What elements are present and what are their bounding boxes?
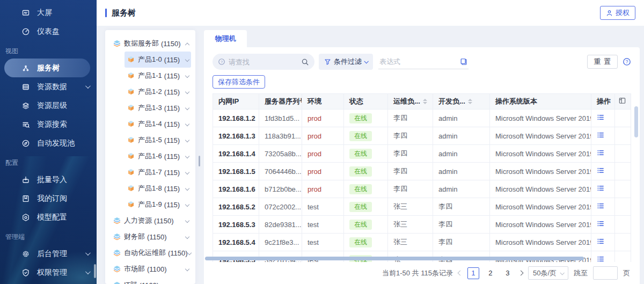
tree-node-department[interactable]: 自动化运维部 (1150): [111, 245, 191, 261]
column-settings-icon[interactable]: [618, 97, 626, 105]
clipboard-icon[interactable]: [460, 58, 467, 65]
jump-page-input[interactable]: [593, 266, 618, 280]
horizontal-scrollbar[interactable]: [205, 257, 584, 260]
pagination: 当前1-50 共 115条记录 1 2 3 50条/页 跳至 页: [213, 262, 631, 284]
service-tree-icon: [21, 64, 30, 72]
expression-input[interactable]: [379, 57, 457, 65]
chevron-down-icon[interactable]: [185, 122, 189, 126]
tree-node-department[interactable]: 市场部 (1100): [111, 261, 191, 277]
sidebar-item-resource-level[interactable]: 资源层级: [0, 96, 97, 115]
reset-button[interactable]: 重 置: [587, 55, 618, 69]
status-badge: 在线: [349, 131, 372, 141]
sort-icon[interactable]: [423, 99, 427, 104]
save-filter-button[interactable]: 保存筛选条件: [213, 75, 265, 89]
row-actions-button[interactable]: [591, 234, 615, 251]
col-header-serial: 服务器序列号: [259, 94, 302, 110]
tree-node-product[interactable]: 产品1-3 (115): [125, 100, 191, 116]
chevron-down-icon[interactable]: [185, 154, 189, 158]
product-cube-icon: [127, 55, 135, 64]
sidebar-item-permission-admin[interactable]: 权限管理: [0, 263, 97, 282]
tree-node-product[interactable]: 产品1-8 (115): [125, 180, 191, 196]
authorize-button[interactable]: 授权: [600, 6, 635, 20]
chevron-down-icon: [85, 250, 91, 256]
tree-node-product[interactable]: 产品1-4 (115): [125, 116, 191, 132]
tree-node-department[interactable]: 数据服务部 (1150): [111, 35, 191, 52]
row-actions-button[interactable]: [591, 163, 615, 180]
col-header-settings: [615, 94, 631, 110]
sidebar-item-service-tree[interactable]: 服务树: [4, 59, 90, 77]
sidebar-item-batch-import[interactable]: 批量导入: [0, 170, 97, 189]
page-title: 服务树: [112, 8, 136, 18]
tree-node-product[interactable]: 产品1-1 (115): [125, 68, 191, 84]
next-page-icon[interactable]: [518, 271, 523, 276]
page-button-3[interactable]: 3: [502, 267, 514, 279]
sidebar-item-dashboard[interactable]: 仪表盘: [0, 22, 97, 41]
resource-level-icon: [21, 101, 30, 110]
tree-node-product[interactable]: 产品1-0 (115): [125, 52, 191, 68]
chevron-down-icon[interactable]: [185, 138, 189, 142]
tree-node-product[interactable]: 产品1-9 (115): [125, 196, 191, 213]
department-layers-icon: [113, 39, 121, 48]
page-size-select[interactable]: 50条/页: [528, 266, 568, 280]
condition-filter-button[interactable]: 条件过滤: [319, 54, 373, 70]
product-cube-icon: [127, 120, 135, 128]
help-icon[interactable]: ?: [623, 57, 631, 66]
tree-node-product[interactable]: 产品1-2 (115): [125, 84, 191, 100]
sort-icon[interactable]: [468, 99, 472, 104]
auto-discovery-icon: [21, 139, 30, 148]
tab-physical-machine[interactable]: 物理机: [204, 30, 247, 47]
tree-node-product[interactable]: 产品1-7 (115): [125, 164, 191, 180]
chevron-down-icon[interactable]: [185, 186, 189, 191]
sidebar-item-model-config[interactable]: 模型配置: [0, 208, 97, 227]
chevron-up-icon[interactable]: [185, 43, 189, 47]
actions-list-icon: [597, 237, 605, 245]
chevron-down-icon[interactable]: [185, 235, 189, 239]
resource-data-icon: [21, 83, 30, 91]
prev-page-icon[interactable]: [457, 271, 463, 276]
search-icon[interactable]: [301, 58, 309, 66]
tree-node-department[interactable]: 财务部 (1150): [111, 229, 191, 245]
col-header-status: 状态: [344, 94, 388, 110]
sidebar-collapse-handle[interactable]: [94, 264, 96, 278]
row-actions-button[interactable]: [591, 180, 615, 198]
chevron-down-icon[interactable]: [185, 170, 189, 174]
jump-label: 跳至: [574, 268, 588, 278]
tree-node-department[interactable]: IT部 (1100): [111, 277, 191, 284]
table-row: 192.168.5.4 9c21f8e3... test 在线 张三 李四 Mi…: [213, 234, 631, 251]
department-layers-icon: [113, 216, 121, 225]
row-actions-button[interactable]: [591, 145, 615, 163]
search-input[interactable]: [229, 58, 298, 66]
chevron-down-icon[interactable]: [185, 90, 189, 94]
page-button-1[interactable]: 1: [467, 267, 479, 279]
chevron-down-icon[interactable]: [185, 219, 189, 223]
page-button-2[interactable]: 2: [485, 267, 496, 279]
chevron-down-icon[interactable]: [185, 74, 189, 78]
row-actions-button[interactable]: [591, 110, 615, 127]
sidebar-item-my-subscription[interactable]: 我的订阅: [0, 189, 97, 208]
chevron-down-icon[interactable]: [185, 267, 189, 271]
chevron-down-icon[interactable]: [185, 106, 189, 110]
product-cube-icon: [127, 104, 135, 112]
tree-node-product[interactable]: 产品1-6 (115): [125, 148, 191, 164]
vertical-scrollbar[interactable]: [634, 106, 638, 137]
row-actions-button[interactable]: [591, 251, 615, 263]
chevron-down-icon[interactable]: [185, 57, 189, 62]
row-actions-button[interactable]: [591, 216, 615, 234]
col-header-ip: 内网IP: [213, 94, 259, 110]
sidebar-item-resource-data[interactable]: 资源数据: [0, 77, 97, 96]
shield-icon: [21, 268, 30, 277]
row-actions-button[interactable]: [591, 127, 615, 145]
product-cube-icon: [127, 168, 135, 177]
search-box: ?: [213, 54, 314, 70]
sidebar-item-backend-admin[interactable]: 后台管理: [0, 244, 97, 263]
tree-node-department[interactable]: 人力资源 (1150): [111, 213, 191, 229]
tree-resizer-handle[interactable]: [199, 156, 200, 166]
row-actions-button[interactable]: [591, 198, 615, 216]
chevron-down-icon[interactable]: [185, 202, 189, 207]
sidebar-item-resource-search[interactable]: 资源搜索: [0, 115, 97, 134]
model-config-icon: [21, 213, 30, 222]
sidebar-item-auto-discovery[interactable]: 自动发现池: [0, 134, 97, 152]
sidebar-item-big-screen[interactable]: 大屏: [0, 3, 97, 22]
tree-node-product[interactable]: 产品1-5 (115): [125, 132, 191, 148]
chevron-down-icon[interactable]: [187, 251, 191, 255]
